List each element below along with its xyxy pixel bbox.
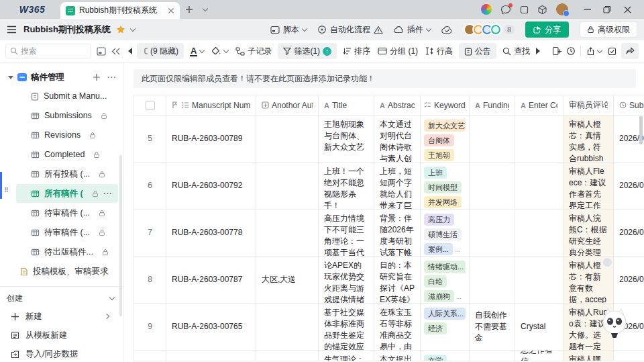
announcement-button[interactable]: 公告: [459, 43, 496, 59]
collaborator-avatars[interactable]: 8: [464, 24, 515, 36]
item-more-icon[interactable]: ···: [103, 189, 118, 197]
cell-abstract[interactable]: 本文通过对明代台阁体诗歌与素人创作者王旭...: [374, 116, 421, 163]
cell-abstract[interactable]: 背景：伴随2026年度考研初试落下帷幕，一批满...: [374, 210, 421, 257]
sidebar-item[interactable]: 待审稿件 (...: [16, 223, 118, 242]
new-tab-button[interactable]: [182, 3, 196, 16]
cell-id[interactable]: RUB-A-2603-00789: [166, 116, 256, 163]
add-icon[interactable]: [93, 73, 101, 81]
scroll-right-icon[interactable]: [536, 48, 540, 54]
sidebar-item[interactable]: 所有投稿 (...: [16, 165, 118, 183]
column-header-abstract[interactable]: A Abstract: [374, 95, 421, 116]
column-header-manuscript[interactable]: Manuscript Num...: [166, 95, 256, 116]
multi-window-icon[interactable]: [520, 5, 529, 14]
cell-title[interactable]: 基于社交媒体非标准商品野生鉴定的锚定效应实证研...: [319, 304, 374, 351]
automation-button[interactable]: 自动化流程: [317, 24, 383, 36]
sidebar-item[interactable]: Submit a Manu...: [16, 87, 118, 105]
cell-funding[interactable]: [470, 163, 515, 210]
sync-share-button[interactable]: [621, 43, 639, 59]
tab-close-icon[interactable]: [168, 7, 174, 14]
column-header-review[interactable]: 审稿员评论: [564, 95, 614, 116]
sidebar-item[interactable]: Submissions: [16, 106, 118, 125]
select-all-cell[interactable]: [134, 95, 166, 116]
cell-author[interactable]: [256, 210, 319, 257]
hidden-fields-button[interactable]: (9 隐藏): [137, 43, 184, 59]
cell-id[interactable]: RUB-A-2603-00792: [166, 163, 256, 210]
sidebar-item[interactable]: 投稿模板、审稿要求: [16, 262, 118, 281]
cell-author[interactable]: [256, 116, 319, 163]
cell-author[interactable]: 大区,大送: [256, 257, 319, 304]
cell-subm[interactable]: 2026/0: [614, 257, 644, 304]
cell-title[interactable]: 生气理论：一...: [319, 351, 374, 361]
cell-num[interactable]: 8: [134, 257, 166, 304]
section-more-icon[interactable]: ···: [107, 73, 117, 81]
search-input[interactable]: [21, 46, 54, 56]
messages-icon[interactable]: [500, 5, 511, 15]
export-button[interactable]: [585, 47, 603, 56]
column-header-funding[interactable]: A Funding...: [470, 95, 515, 116]
cell-subm[interactable]: 2026/0: [614, 210, 644, 257]
cell-abstract[interactable]: 本文提出“生...: [374, 351, 421, 361]
create-from-template-button[interactable]: 从模板新建: [0, 326, 123, 345]
sidebar-scrollbar[interactable]: [119, 155, 122, 316]
cell-keywords[interactable]: 人际关系...经济: [421, 304, 470, 351]
favorite-star-icon[interactable]: [116, 25, 125, 34]
column-header-title[interactable]: A Title: [319, 95, 374, 116]
cell-num[interactable]: 7: [134, 210, 166, 257]
cell-enterco[interactable]: [515, 163, 564, 210]
table-scrollbar[interactable]: [639, 116, 643, 144]
cell-id[interactable]: RUB-A-2603-00778: [166, 210, 256, 257]
table-row[interactable]: 9RUB-A-2603-00765基于社交媒体非标准商品野生鉴定的锚定效应实证研…: [134, 304, 644, 351]
cell-review[interactable]: 审稿人嘿嘿...: [564, 351, 614, 361]
cell-funding[interactable]: [470, 210, 515, 257]
sort-button[interactable]: 排序: [341, 46, 372, 57]
cell-abstract[interactable]: 上班，短短两个字就给人们带来了巨大的恐慌...: [374, 163, 421, 210]
cell-num[interactable]: 6: [134, 163, 166, 210]
scroll-left-icon[interactable]: [128, 48, 132, 54]
cell-id[interactable]: [166, 351, 256, 361]
cell-review[interactable]: 审稿人橙芯：真情实感，符合rubbish定位，接受: [564, 116, 614, 163]
table-row[interactable]: 6RUB-A-2603-00792上班！一个绝对不能忽视隐形杀手！上班，短短两个…: [134, 163, 644, 210]
cell-abstract[interactable]: 在珠宝玉石等非标准商品交易中，由于严重的...: [374, 304, 421, 351]
import-sync-button[interactable]: 导入/同步数据: [0, 345, 123, 362]
column-header-submission[interactable]: Subm...: [614, 95, 644, 116]
cell-review[interactable]: 审稿人Fleece：建议作者首先界定工作的范围，...: [564, 163, 614, 210]
plugins-button[interactable]: 插件: [394, 24, 431, 36]
cell-review[interactable]: 审稿人橙芯：有新意有数据，accept 浣熊C：...: [564, 257, 614, 304]
cell-keywords[interactable]: 情绪驱动...白给滋崩狗...: [421, 257, 470, 304]
account-avatar[interactable]: [556, 3, 568, 15]
sidebar-item[interactable]: 待审稿件 (...: [16, 203, 118, 222]
sidebar-section-manuscripts[interactable]: 稿件管理 ···: [0, 68, 123, 87]
history-icon[interactable]: [566, 46, 576, 56]
cell-funding[interactable]: [470, 351, 515, 361]
cell-funding[interactable]: [470, 116, 515, 163]
assistant-mascot[interactable]: [599, 306, 630, 340]
cell-keywords[interactable]: 上班时间模型并发网络: [421, 163, 470, 210]
subrecords-button[interactable]: 子记录: [234, 46, 273, 57]
cell-author[interactable]: [256, 163, 319, 210]
cell-enterco[interactable]: 总之作者信...: [515, 351, 564, 361]
column-header-another-author[interactable]: Anothor Auth...: [256, 95, 319, 116]
script-button[interactable]: 脚本: [270, 24, 307, 36]
cell-keywords[interactable]: 文学: [421, 351, 470, 361]
section-expand-icon[interactable]: [8, 76, 13, 79]
cell-keywords[interactable]: 高压力硕博生活案例......: [421, 210, 470, 257]
minimize-button[interactable]: [577, 1, 597, 17]
task-checklist-icon[interactable]: [608, 47, 616, 56]
cell-num[interactable]: [134, 351, 166, 361]
column-header-enter-co[interactable]: A Enter Co...: [515, 95, 564, 116]
sidebar-item[interactable]: ⠿所有稿件 (...···: [16, 184, 118, 203]
workspace-cube-icon[interactable]: [537, 5, 547, 15]
cell-enterco[interactable]: [515, 257, 564, 304]
cell-title[interactable]: 高压力情境下不可能三角理论：一项基于当代硕博生...: [319, 210, 374, 257]
cell-author[interactable]: [256, 304, 319, 351]
create-new-button[interactable]: 新建: [0, 307, 123, 326]
cell-title[interactable]: 上班！一个绝对不能忽视隐形杀手！: [319, 163, 374, 210]
cell-funding[interactable]: 自我创作不需要基金: [470, 304, 515, 351]
cell-enterco[interactable]: [515, 116, 564, 163]
cell-id[interactable]: RUB-A-2603-00765: [166, 304, 256, 351]
table-row[interactable]: 8RUB-A-2603-00787大区,大送论APEX的玩家优势交火距离与游戏提…: [134, 257, 644, 304]
cell-num[interactable]: 9: [134, 304, 166, 351]
sidebar-search[interactable]: [5, 44, 91, 58]
cell-enterco[interactable]: Crystal: [515, 304, 564, 351]
sidebar-item[interactable]: 待出版稿件...: [16, 242, 118, 261]
